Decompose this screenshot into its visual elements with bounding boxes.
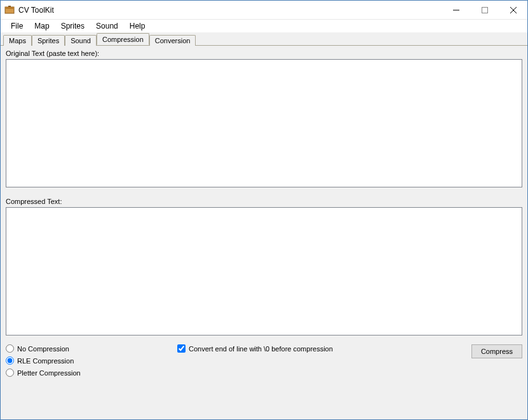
maximize-button[interactable] xyxy=(470,1,499,19)
button-col: Compress xyxy=(471,344,522,358)
original-text-label: Original Text (paste text here): xyxy=(6,50,522,57)
window-title: CV ToolKit xyxy=(18,6,442,15)
menu-sound[interactable]: Sound xyxy=(91,20,123,32)
checkbox-col: Convert end of line with \0 before compr… xyxy=(177,344,471,353)
convert-eol-checkbox-input[interactable] xyxy=(177,344,186,353)
convert-eol-checkbox-label: Convert end of line with \0 before compr… xyxy=(189,345,333,353)
tab-sprites[interactable]: Sprites xyxy=(32,35,65,46)
convert-eol-checkbox[interactable]: Convert end of line with \0 before compr… xyxy=(177,344,471,353)
radio-pletter-compression[interactable]: Pletter Compression xyxy=(6,369,177,377)
radio-rle-compression-input[interactable] xyxy=(6,356,14,365)
svg-rect-1 xyxy=(5,7,14,9)
close-button[interactable] xyxy=(499,1,527,19)
original-text-input[interactable] xyxy=(6,59,522,187)
tab-content: Original Text (paste text here): Compres… xyxy=(1,46,527,419)
menu-map[interactable]: Map xyxy=(29,20,54,32)
svg-line-6 xyxy=(510,7,517,13)
radio-rle-compression-label: RLE Compression xyxy=(17,357,74,365)
radio-no-compression[interactable]: No Compression xyxy=(6,344,177,353)
compress-button[interactable]: Compress xyxy=(471,344,522,358)
title-bar: CV ToolKit xyxy=(1,1,527,20)
minimize-button[interactable] xyxy=(442,1,470,19)
tab-maps[interactable]: Maps xyxy=(3,35,32,46)
menu-bar: File Map Sprites Sound Help xyxy=(1,20,527,32)
svg-rect-2 xyxy=(8,6,11,7)
menu-sprites[interactable]: Sprites xyxy=(56,20,90,32)
app-icon xyxy=(4,5,15,15)
tab-strip: Maps Sprites Sound Compression Conversio… xyxy=(1,32,527,46)
radio-rle-compression[interactable]: RLE Compression xyxy=(6,356,177,365)
app-window: CV ToolKit File Map Sprites Sound Help M… xyxy=(0,0,528,420)
options-row: No Compression RLE Compression Pletter C… xyxy=(6,344,522,377)
compressed-text-input[interactable] xyxy=(6,207,522,335)
radio-no-compression-label: No Compression xyxy=(17,345,69,353)
window-controls xyxy=(442,1,527,19)
compression-radio-group: No Compression RLE Compression Pletter C… xyxy=(6,344,177,377)
svg-line-5 xyxy=(510,7,517,13)
tab-compression[interactable]: Compression xyxy=(97,33,149,45)
radio-pletter-compression-label: Pletter Compression xyxy=(17,369,81,377)
compressed-text-label: Compressed Text: xyxy=(6,198,522,205)
menu-help[interactable]: Help xyxy=(125,20,151,32)
menu-file[interactable]: File xyxy=(6,20,28,32)
svg-rect-4 xyxy=(482,7,487,13)
tab-sound[interactable]: Sound xyxy=(65,35,97,46)
radio-no-compression-input[interactable] xyxy=(6,344,14,353)
tab-conversion[interactable]: Conversion xyxy=(149,35,196,46)
radio-pletter-compression-input[interactable] xyxy=(6,369,14,377)
